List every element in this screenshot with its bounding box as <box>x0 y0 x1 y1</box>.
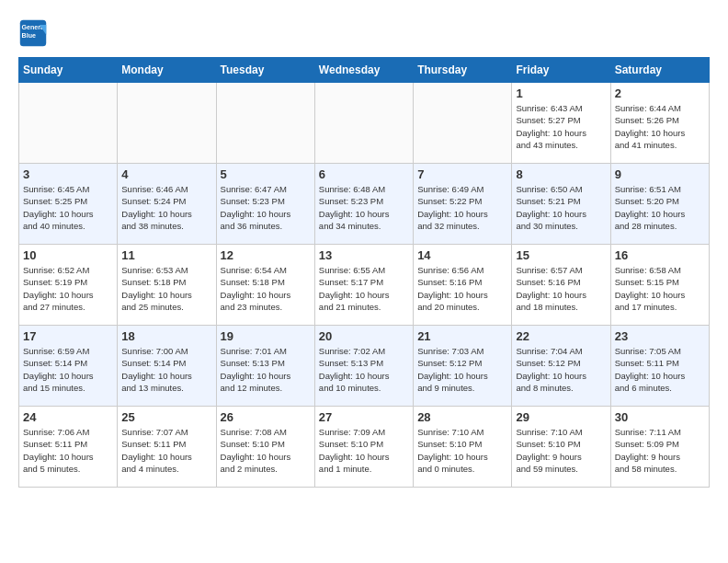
calendar-cell: 11Sunrise: 6:53 AM Sunset: 5:18 PM Dayli… <box>118 245 216 326</box>
calendar-cell: 22Sunrise: 7:04 AM Sunset: 5:12 PM Dayli… <box>512 326 610 407</box>
day-info: Sunrise: 7:01 AM Sunset: 5:13 PM Dayligh… <box>221 345 311 394</box>
calendar-cell: 27Sunrise: 7:09 AM Sunset: 5:10 PM Dayli… <box>314 407 413 488</box>
calendar-cell: 18Sunrise: 7:00 AM Sunset: 5:14 PM Dayli… <box>118 326 216 407</box>
day-number: 8 <box>516 167 606 181</box>
day-info: Sunrise: 7:11 AM Sunset: 5:09 PM Dayligh… <box>615 426 705 475</box>
calendar-cell <box>414 83 512 164</box>
day-number: 19 <box>221 329 311 343</box>
calendar-cell: 9Sunrise: 6:51 AM Sunset: 5:20 PM Daylig… <box>610 164 709 245</box>
calendar-cell: 20Sunrise: 7:02 AM Sunset: 5:13 PM Dayli… <box>314 326 413 407</box>
calendar-cell <box>19 83 118 164</box>
day-number: 7 <box>417 167 507 181</box>
day-info: Sunrise: 6:53 AM Sunset: 5:18 PM Dayligh… <box>121 264 211 313</box>
calendar-cell: 16Sunrise: 6:58 AM Sunset: 5:15 PM Dayli… <box>610 245 709 326</box>
calendar-cell: 3Sunrise: 6:45 AM Sunset: 5:25 PM Daylig… <box>19 164 118 245</box>
day-number: 4 <box>121 167 211 181</box>
day-number: 1 <box>516 86 606 100</box>
day-number: 26 <box>221 410 311 424</box>
day-number: 11 <box>121 248 211 262</box>
weekday-header: Saturday <box>610 58 709 83</box>
day-info: Sunrise: 6:49 AM Sunset: 5:22 PM Dayligh… <box>417 183 507 232</box>
calendar-week-row: 3Sunrise: 6:45 AM Sunset: 5:25 PM Daylig… <box>19 164 710 245</box>
calendar-cell: 13Sunrise: 6:55 AM Sunset: 5:17 PM Dayli… <box>314 245 413 326</box>
calendar: SundayMondayTuesdayWednesdayThursdayFrid… <box>18 57 710 488</box>
day-number: 6 <box>319 167 409 181</box>
calendar-cell: 28Sunrise: 7:10 AM Sunset: 5:10 PM Dayli… <box>414 407 512 488</box>
calendar-week-row: 17Sunrise: 6:59 AM Sunset: 5:14 PM Dayli… <box>19 326 710 407</box>
day-number: 13 <box>319 248 409 262</box>
weekday-header: Tuesday <box>216 58 314 83</box>
day-info: Sunrise: 6:50 AM Sunset: 5:21 PM Dayligh… <box>516 183 606 232</box>
page-header: General Blue <box>18 18 710 48</box>
calendar-cell: 4Sunrise: 6:46 AM Sunset: 5:24 PM Daylig… <box>118 164 216 245</box>
day-number: 27 <box>319 410 409 424</box>
day-number: 29 <box>516 410 606 424</box>
day-info: Sunrise: 7:09 AM Sunset: 5:10 PM Dayligh… <box>319 426 409 475</box>
day-info: Sunrise: 6:43 AM Sunset: 5:27 PM Dayligh… <box>516 102 606 151</box>
calendar-cell: 21Sunrise: 7:03 AM Sunset: 5:12 PM Dayli… <box>414 326 512 407</box>
day-info: Sunrise: 7:08 AM Sunset: 5:10 PM Dayligh… <box>221 426 311 475</box>
day-info: Sunrise: 7:00 AM Sunset: 5:14 PM Dayligh… <box>121 345 211 394</box>
calendar-cell: 5Sunrise: 6:47 AM Sunset: 5:23 PM Daylig… <box>216 164 314 245</box>
day-info: Sunrise: 6:52 AM Sunset: 5:19 PM Dayligh… <box>23 264 113 313</box>
weekday-header: Monday <box>118 58 216 83</box>
day-number: 25 <box>121 410 211 424</box>
calendar-cell: 30Sunrise: 7:11 AM Sunset: 5:09 PM Dayli… <box>610 407 709 488</box>
calendar-cell: 6Sunrise: 6:48 AM Sunset: 5:23 PM Daylig… <box>314 164 413 245</box>
weekday-header-row: SundayMondayTuesdayWednesdayThursdayFrid… <box>19 58 710 83</box>
svg-text:Blue: Blue <box>22 32 36 40</box>
day-info: Sunrise: 7:10 AM Sunset: 5:10 PM Dayligh… <box>417 426 507 475</box>
calendar-cell <box>118 83 216 164</box>
day-info: Sunrise: 7:07 AM Sunset: 5:11 PM Dayligh… <box>121 426 211 475</box>
day-info: Sunrise: 6:55 AM Sunset: 5:17 PM Dayligh… <box>319 264 409 313</box>
day-info: Sunrise: 7:06 AM Sunset: 5:11 PM Dayligh… <box>23 426 113 475</box>
day-number: 20 <box>319 329 409 343</box>
day-number: 21 <box>417 329 507 343</box>
day-info: Sunrise: 6:48 AM Sunset: 5:23 PM Dayligh… <box>319 183 409 232</box>
day-number: 28 <box>417 410 507 424</box>
day-number: 9 <box>615 167 705 181</box>
day-info: Sunrise: 7:05 AM Sunset: 5:11 PM Dayligh… <box>615 345 705 394</box>
calendar-cell: 24Sunrise: 7:06 AM Sunset: 5:11 PM Dayli… <box>19 407 118 488</box>
calendar-cell: 29Sunrise: 7:10 AM Sunset: 5:10 PM Dayli… <box>512 407 610 488</box>
calendar-cell: 17Sunrise: 6:59 AM Sunset: 5:14 PM Dayli… <box>19 326 118 407</box>
day-number: 24 <box>23 410 113 424</box>
day-info: Sunrise: 7:10 AM Sunset: 5:10 PM Dayligh… <box>516 426 606 475</box>
day-info: Sunrise: 6:47 AM Sunset: 5:23 PM Dayligh… <box>221 183 311 232</box>
day-number: 10 <box>23 248 113 262</box>
calendar-week-row: 24Sunrise: 7:06 AM Sunset: 5:11 PM Dayli… <box>19 407 710 488</box>
day-info: Sunrise: 6:44 AM Sunset: 5:26 PM Dayligh… <box>615 102 705 151</box>
day-number: 14 <box>417 248 507 262</box>
day-info: Sunrise: 6:51 AM Sunset: 5:20 PM Dayligh… <box>615 183 705 232</box>
calendar-cell <box>216 83 314 164</box>
calendar-cell: 12Sunrise: 6:54 AM Sunset: 5:18 PM Dayli… <box>216 245 314 326</box>
logo: General Blue <box>18 18 51 48</box>
calendar-cell: 10Sunrise: 6:52 AM Sunset: 5:19 PM Dayli… <box>19 245 118 326</box>
calendar-cell: 19Sunrise: 7:01 AM Sunset: 5:13 PM Dayli… <box>216 326 314 407</box>
day-number: 3 <box>23 167 113 181</box>
day-info: Sunrise: 6:46 AM Sunset: 5:24 PM Dayligh… <box>121 183 211 232</box>
calendar-week-row: 1Sunrise: 6:43 AM Sunset: 5:27 PM Daylig… <box>19 83 710 164</box>
day-info: Sunrise: 6:59 AM Sunset: 5:14 PM Dayligh… <box>23 345 113 394</box>
calendar-week-row: 10Sunrise: 6:52 AM Sunset: 5:19 PM Dayli… <box>19 245 710 326</box>
day-number: 18 <box>121 329 211 343</box>
day-number: 5 <box>221 167 311 181</box>
calendar-cell <box>314 83 413 164</box>
calendar-cell: 23Sunrise: 7:05 AM Sunset: 5:11 PM Dayli… <box>610 326 709 407</box>
calendar-cell: 14Sunrise: 6:56 AM Sunset: 5:16 PM Dayli… <box>414 245 512 326</box>
calendar-cell: 25Sunrise: 7:07 AM Sunset: 5:11 PM Dayli… <box>118 407 216 488</box>
day-number: 23 <box>615 329 705 343</box>
calendar-cell: 1Sunrise: 6:43 AM Sunset: 5:27 PM Daylig… <box>512 83 610 164</box>
day-info: Sunrise: 6:45 AM Sunset: 5:25 PM Dayligh… <box>23 183 113 232</box>
day-info: Sunrise: 6:57 AM Sunset: 5:16 PM Dayligh… <box>516 264 606 313</box>
day-number: 12 <box>221 248 311 262</box>
weekday-header: Sunday <box>19 58 118 83</box>
weekday-header: Thursday <box>414 58 512 83</box>
day-number: 16 <box>615 248 705 262</box>
day-number: 30 <box>615 410 705 424</box>
day-number: 22 <box>516 329 606 343</box>
day-number: 15 <box>516 248 606 262</box>
weekday-header: Wednesday <box>314 58 413 83</box>
calendar-cell: 2Sunrise: 6:44 AM Sunset: 5:26 PM Daylig… <box>610 83 709 164</box>
day-info: Sunrise: 6:54 AM Sunset: 5:18 PM Dayligh… <box>221 264 311 313</box>
